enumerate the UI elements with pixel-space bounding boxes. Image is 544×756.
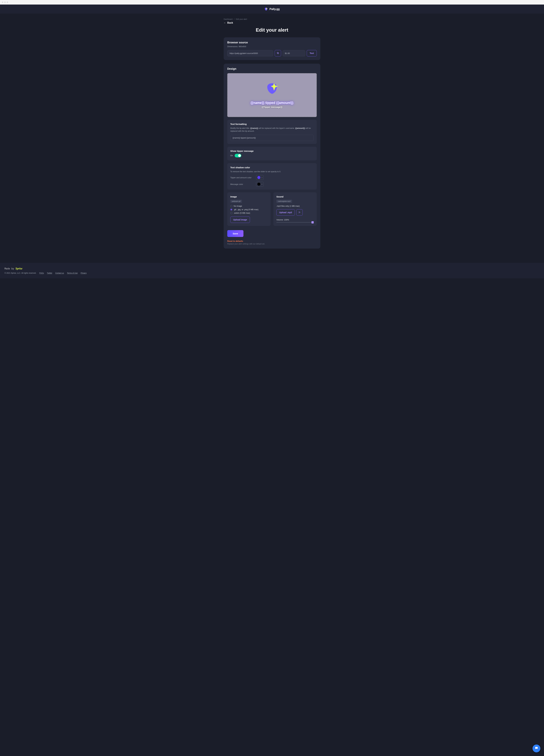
message-color-label: Message color — [230, 183, 253, 185]
breadcrumb-current: Edit your alert — [236, 18, 247, 20]
browser-source-heading: Browser source — [227, 41, 317, 44]
preview-message-text: {{Tipper message}} — [262, 106, 282, 108]
preview-title-text: {{name}} tipped {{amount}} — [251, 101, 293, 105]
copy-url-button[interactable] — [275, 50, 281, 56]
chevron-down-icon: ▾ — [262, 177, 262, 178]
image-option-none[interactable]: No image — [230, 205, 268, 207]
tipper-color-picker[interactable]: ▾ — [256, 175, 264, 180]
arrow-left-icon: ← — [224, 21, 226, 24]
design-card: Design {{name}} tipped {{amount}} {{Tipp… — [224, 64, 320, 249]
browser-chrome — [0, 0, 544, 5]
volume-label: Volume: 100% — [276, 219, 314, 221]
window-dot — [7, 2, 8, 3]
image-option-image[interactable]: .gif, .jpg, or .png (5 MB max) — [230, 208, 268, 211]
breadcrumb: Dashboard / Edit your alert — [224, 18, 320, 20]
footer-link-terms[interactable]: Terms of Use — [67, 272, 78, 274]
radio-icon — [230, 205, 233, 207]
breadcrumb-root[interactable]: Dashboard — [224, 18, 233, 20]
upload-sound-button[interactable]: Upload .mp3 — [276, 209, 295, 216]
radio-icon — [230, 212, 233, 214]
tipper-color-swatch — [257, 176, 261, 179]
save-button[interactable]: Save — [227, 230, 244, 237]
reset-defaults-desc: Replace your alert settings with our def… — [227, 243, 317, 245]
svg-marker-2 — [299, 212, 300, 213]
footer: Made by Sprise © 2021 Sprise, LLC. All r… — [0, 263, 544, 278]
sound-heading: Sound — [276, 195, 314, 198]
footer-link-contact[interactable]: Contact us — [55, 272, 64, 274]
toggle-knob — [238, 154, 241, 157]
message-color-swatch — [257, 183, 261, 186]
text-formatting-section: Text formatting Modify the tip alert tit… — [227, 120, 317, 144]
made-by-text: Made by Sprise — [5, 267, 539, 270]
message-color-picker[interactable]: ▾ — [256, 182, 264, 187]
footer-link-faqs[interactable]: FAQs — [39, 272, 44, 274]
sprise-logo: Sprise — [15, 267, 22, 270]
footer-link-privacy[interactable]: Privacy — [81, 272, 87, 274]
text-formatting-heading: Text formatting — [230, 123, 314, 125]
sound-hint: .mp3 files only (1 MB max) — [276, 205, 314, 207]
footer-link-twitter[interactable]: Twitter — [47, 272, 52, 274]
image-section: Image pallyspin.gif No image .gif, .jpg,… — [227, 192, 271, 226]
play-sound-button[interactable] — [296, 209, 303, 216]
back-button[interactable]: ← Back — [224, 21, 233, 24]
tipper-message-section: Show tipper message On — [227, 147, 317, 160]
page-title: Edit your alert — [224, 27, 320, 33]
text-shadow-heading: Text shadow color — [230, 166, 314, 169]
window-dot — [4, 2, 6, 3]
chat-widget-button[interactable] — [533, 745, 540, 752]
text-shadow-section: Text shadow color To remove the text sha… — [227, 163, 317, 190]
play-icon — [298, 211, 300, 214]
tipper-message-toggle[interactable] — [235, 154, 241, 157]
sound-filename: cashregister.mp3 — [276, 200, 292, 203]
alert-preview: {{name}} tipped {{amount}} {{Tipper mess… — [227, 73, 317, 117]
browser-source-card: Browser source Dimensions: 960x600 Test — [224, 37, 320, 60]
dimensions-text: Dimensions: 960x600 — [227, 45, 317, 48]
source-url-input[interactable] — [227, 50, 273, 56]
window-dot — [2, 2, 3, 3]
preview-logo-icon — [266, 82, 278, 95]
test-amount-input[interactable] — [282, 50, 305, 56]
alert-title-input[interactable] — [230, 135, 314, 141]
slider-thumb — [311, 221, 314, 223]
app-header: Pally.gg — [0, 5, 544, 14]
chat-icon — [535, 746, 538, 751]
breadcrumb-separator: / — [234, 18, 235, 20]
tipper-message-heading: Show tipper message — [230, 150, 314, 152]
image-filename: pallyspin.gif — [230, 200, 242, 203]
toggle-state-label: On — [230, 154, 233, 157]
brand-title: Pally.gg — [270, 8, 280, 11]
image-option-webm[interactable]: .webm (5 MB max) — [230, 212, 268, 214]
test-button[interactable]: Test — [307, 50, 317, 56]
sound-section: Sound cashregister.mp3 .mp3 files only (… — [273, 192, 317, 226]
text-shadow-desc: To remove the text shadow, use the slide… — [230, 170, 314, 173]
image-heading: Image — [230, 195, 268, 198]
copyright-text: © 2021 Sprise, LLC. All rights reserved. — [5, 272, 36, 274]
upload-image-button[interactable]: Upload image — [230, 217, 250, 223]
back-label: Back — [227, 21, 233, 24]
tipper-color-label: Tipper and amount color — [230, 176, 253, 179]
copy-icon — [277, 52, 279, 55]
chevron-down-icon: ▾ — [262, 183, 262, 185]
design-heading: Design — [227, 67, 317, 70]
radio-icon — [230, 209, 233, 211]
text-formatting-desc: Modify the tip alert title. {{name}} wil… — [230, 127, 314, 133]
brand-logo-icon — [264, 7, 268, 11]
volume-slider[interactable] — [276, 222, 314, 223]
reset-defaults-link[interactable]: Reset to defaults — [227, 240, 317, 242]
